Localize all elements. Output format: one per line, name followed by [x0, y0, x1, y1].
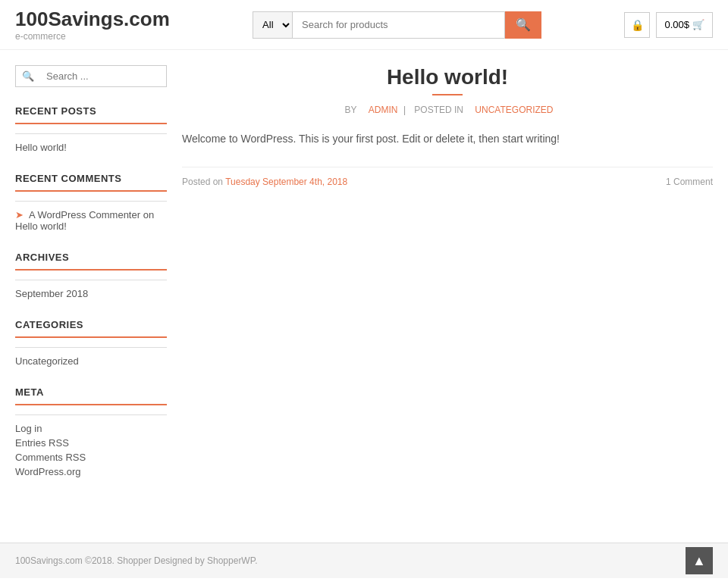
by-label: BY [345, 105, 357, 115]
meta-login-link[interactable]: Log in [15, 421, 167, 436]
post-title-underline [432, 94, 463, 95]
search-icon: 🔍 [516, 17, 531, 32]
sidebar-archives: ARCHIVES September 2018 [15, 252, 167, 301]
cart-button[interactable]: 0.00$ 🛒 [656, 12, 713, 38]
posted-in-label: POSTED IN [414, 105, 463, 115]
scroll-top-button[interactable]: ▲ [686, 547, 713, 574]
sidebar-search-icon: 🔍 [22, 70, 34, 82]
sidebar-search-input[interactable] [40, 66, 166, 86]
meta-wordpress-link[interactable]: WordPress.org [15, 464, 167, 479]
meta-entries-rss-link[interactable]: Entries RSS [15, 436, 167, 450]
site-header: 100Savings.com e-commerce All 🔍 🔒 0.00$ … [0, 0, 728, 50]
comment-arrow-icon: ➤ [15, 209, 24, 220]
main-layout: 🔍 RECENT POSTS Hello world! RECENT COMME… [0, 50, 728, 512]
commenter-link[interactable]: A WordPress Commenter [29, 209, 140, 220]
footer-text: 100Savings.com ©2018. Shopper Designed b… [15, 555, 258, 566]
product-search-input[interactable] [293, 11, 505, 39]
cart-icon: 🛒 [692, 19, 704, 30]
product-search-bar: All 🔍 [253, 11, 541, 39]
post-meta: BY ADMIN | POSTED IN UNCATEGORIZED [182, 105, 713, 115]
recent-post-link[interactable]: Hello world! [15, 140, 167, 155]
category-link[interactable]: Uncategorized [15, 354, 167, 368]
site-branding: 100Savings.com e-commerce [15, 8, 170, 42]
cart-amount: 0.00$ [664, 19, 689, 30]
posted-on-label: Posted on [182, 177, 223, 187]
archive-link[interactable]: September 2018 [15, 286, 167, 301]
post-content: Welcome to WordPress. This is your first… [182, 130, 713, 149]
sidebar-recent-comments: RECENT COMMENTS ➤ A WordPress Commenter … [15, 173, 167, 233]
post-author-link[interactable]: ADMIN [369, 105, 398, 115]
lock-icon: 🔒 [631, 19, 644, 31]
comment-item: ➤ A WordPress Commenter on Hello world! [15, 208, 167, 233]
account-button[interactable]: 🔒 [624, 12, 650, 38]
site-tagline: e-commerce [15, 31, 170, 42]
scroll-top-icon: ▲ [692, 553, 706, 569]
post-comment-count[interactable]: 1 Comment [666, 177, 713, 187]
sidebar-meta: META Log in Entries RSS Comments RSS Wor… [15, 386, 167, 479]
sidebar: 🔍 RECENT POSTS Hello world! RECENT COMME… [15, 65, 167, 497]
categories-title: CATEGORIES [15, 319, 167, 338]
sidebar-recent-posts: RECENT POSTS Hello world! [15, 105, 167, 155]
meta-comments-rss-link[interactable]: Comments RSS [15, 450, 167, 464]
comment-connector: on [143, 209, 154, 220]
comment-post-link[interactable]: Hello world! [15, 220, 67, 232]
post-category-link[interactable]: UNCATEGORIZED [475, 105, 553, 115]
main-content: Hello world! BY ADMIN | POSTED IN UNCATE… [182, 65, 713, 497]
post-date-area: Posted on Tuesday September 4th, 2018 [182, 177, 347, 187]
recent-comments-title: RECENT COMMENTS [15, 173, 167, 192]
sidebar-categories: CATEGORIES Uncategorized [15, 319, 167, 368]
meta-title: META [15, 386, 167, 405]
sidebar-search-box: 🔍 [15, 65, 167, 87]
post-title: Hello world! [182, 65, 713, 89]
recent-posts-title: RECENT POSTS [15, 105, 167, 124]
sidebar-search-button[interactable]: 🔍 [16, 67, 40, 85]
meta-separator2: | [403, 105, 408, 115]
cart-area: 🔒 0.00$ 🛒 [624, 12, 713, 38]
search-category-select[interactable]: All [253, 11, 293, 39]
post-footer: Posted on Tuesday September 4th, 2018 1 … [182, 167, 713, 187]
archives-title: ARCHIVES [15, 252, 167, 271]
post-date-link[interactable]: Tuesday September 4th, 2018 [225, 177, 347, 187]
search-button[interactable]: 🔍 [505, 11, 541, 39]
site-footer: 100Savings.com ©2018. Shopper Designed b… [0, 543, 728, 578]
site-title: 100Savings.com [15, 8, 170, 31]
